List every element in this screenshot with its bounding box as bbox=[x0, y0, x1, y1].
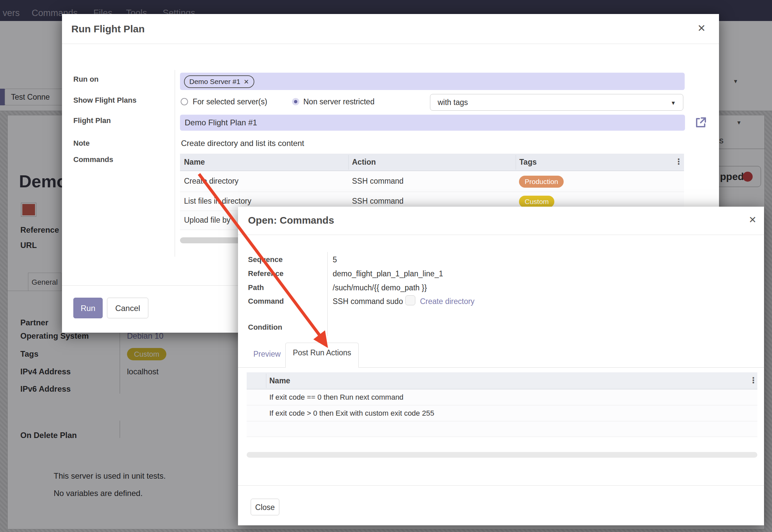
commands-label: Commands bbox=[73, 155, 113, 164]
col-divider bbox=[266, 374, 266, 388]
note-label: Note bbox=[73, 139, 90, 148]
modal-title: Open: Commands bbox=[248, 215, 334, 226]
path-label: Path bbox=[248, 283, 264, 292]
close-icon[interactable]: ✕ bbox=[697, 23, 706, 33]
row-action: SSH command bbox=[352, 197, 404, 206]
flight-plan-value: Demo Flight Plan #1 bbox=[185, 118, 257, 127]
col-name[interactable]: Name bbox=[184, 158, 205, 167]
table-row[interactable]: If exit code > 0 then Exit with custom e… bbox=[247, 405, 757, 421]
flight-plan-field[interactable]: Demo Flight Plan #1 ▾ bbox=[180, 115, 685, 131]
radio-non-server-restricted[interactable] bbox=[292, 98, 299, 105]
tag-custom: Custom bbox=[519, 196, 554, 208]
table-row[interactable]: If exit code == 0 then Run next command bbox=[247, 389, 757, 405]
horizontal-scrollbar[interactable] bbox=[247, 452, 757, 458]
note-value: Create directory and list its content bbox=[181, 139, 304, 148]
condition-label: Condition bbox=[248, 323, 282, 332]
row-name: List files in directory bbox=[184, 197, 251, 206]
path-value: /such/much/{{ demo_path }} bbox=[333, 283, 427, 292]
header-divider bbox=[238, 235, 764, 235]
close-icon[interactable]: ✕ bbox=[749, 215, 756, 225]
post-run-action: If exit code == 0 then Run next command bbox=[269, 393, 403, 402]
server-chip-label: Demo Server #1 bbox=[189, 78, 240, 86]
flight-plan-label: Flight Plan bbox=[73, 116, 111, 125]
server-chip[interactable]: Demo Server #1 ✕ bbox=[184, 75, 254, 88]
table-options-icon[interactable]: ⋮ bbox=[675, 157, 683, 166]
col-action[interactable]: Action bbox=[352, 158, 376, 167]
cancel-button[interactable]: Cancel bbox=[107, 298, 148, 318]
footer-divider bbox=[238, 485, 764, 486]
header-divider bbox=[62, 44, 719, 44]
command-value: SSH command sudo bbox=[333, 297, 403, 306]
col-tags[interactable]: Tags bbox=[519, 158, 537, 167]
dropdown-caret-icon[interactable]: ▾ bbox=[734, 77, 737, 85]
condition-divider bbox=[327, 319, 328, 336]
post-run-action: If exit code > 0 then Exit with custom e… bbox=[269, 409, 434, 418]
run-on-label: Run on bbox=[73, 75, 99, 84]
radio-non-server-restricted-label[interactable]: Non server restricted bbox=[303, 97, 374, 106]
modal-title: Run Flight Plan bbox=[71, 23, 145, 35]
external-link-icon[interactable] bbox=[694, 116, 707, 129]
tab-preview[interactable]: Preview bbox=[253, 350, 281, 359]
label-column-divider bbox=[175, 70, 175, 257]
reference-label: Reference bbox=[248, 269, 283, 278]
dropdown-caret-icon: ▾ bbox=[672, 99, 675, 107]
command-label: Command bbox=[248, 297, 284, 306]
row-action: SSH command bbox=[352, 177, 404, 186]
radio-for-selected-servers-label[interactable]: For selected server(s) bbox=[193, 97, 267, 106]
screen: vers Commands Files Tools Settings Test … bbox=[0, 0, 772, 532]
sequence-value: 5 bbox=[333, 255, 337, 264]
with-tags-select[interactable]: with tags ▾ bbox=[430, 94, 683, 111]
col-divider bbox=[348, 155, 349, 170]
radio-for-selected-servers[interactable] bbox=[181, 98, 188, 105]
close-button[interactable]: Close bbox=[251, 499, 279, 515]
dropdown-caret-icon[interactable]: ▾ bbox=[737, 119, 741, 126]
post-run-table-header: Name ⋮ bbox=[247, 372, 757, 389]
col-name[interactable]: Name bbox=[269, 376, 290, 385]
reference-value: demo_flight_plan_1_plan_line_1 bbox=[333, 269, 443, 278]
sequence-label: Sequence bbox=[248, 255, 283, 264]
with-tags-value: with tags bbox=[438, 98, 468, 107]
row-name: Upload file by bbox=[184, 216, 230, 225]
commands-table-header: Name Action Tags ⋮ bbox=[180, 154, 684, 171]
tab-post-run-actions[interactable]: Post Run Actions bbox=[285, 343, 359, 368]
table-options-icon[interactable]: ⋮ bbox=[749, 376, 757, 385]
open-commands-modal: Open: Commands ✕ Sequence Reference Path… bbox=[238, 207, 764, 525]
create-directory-link[interactable]: Create directory bbox=[420, 297, 475, 306]
chip-remove-icon[interactable]: ✕ bbox=[244, 78, 249, 86]
table-row[interactable]: Create directory SSH command Production bbox=[180, 171, 684, 192]
run-button[interactable]: Run bbox=[73, 298, 103, 318]
show-flight-plans-label: Show Flight Plans bbox=[73, 96, 136, 105]
col-divider bbox=[516, 155, 516, 170]
sudo-checkbox[interactable] bbox=[405, 295, 415, 305]
run-on-field[interactable]: Demo Server #1 ✕ ▾ bbox=[180, 73, 685, 90]
row-name: Create directory bbox=[184, 177, 239, 186]
table-row-empty bbox=[247, 421, 757, 437]
tag-production: Production bbox=[519, 176, 564, 188]
